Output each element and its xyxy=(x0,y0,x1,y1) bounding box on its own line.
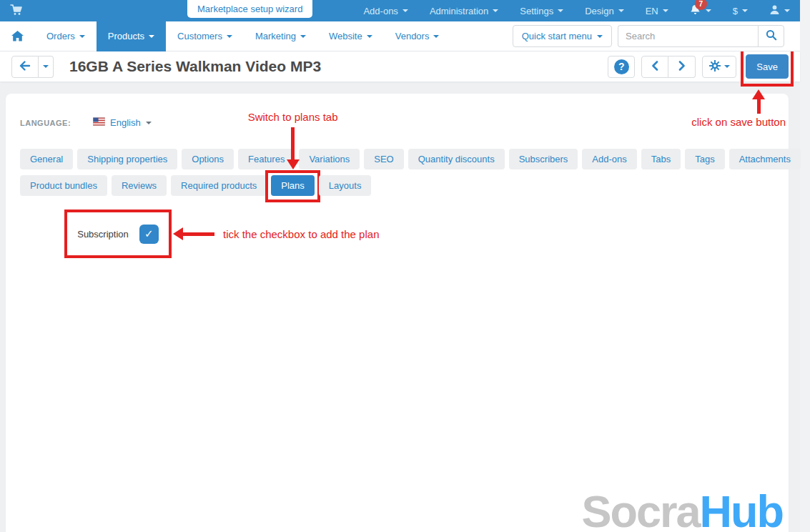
notifications-menu[interactable]: 7 xyxy=(690,4,711,18)
menu-design[interactable]: Design xyxy=(585,6,623,16)
annotation-save-text: click on save button xyxy=(691,116,786,128)
menu-settings[interactable]: Settings xyxy=(520,6,563,16)
gear-icon xyxy=(709,60,721,74)
tab-variations[interactable]: Variations xyxy=(299,149,360,169)
watermark-gray-part: Socra xyxy=(581,486,699,532)
titlebar: 16GB A Series Walkman Video MP3 ? xyxy=(0,51,800,82)
main-navbar: Orders Products Customers Marketing Webs… xyxy=(0,21,800,51)
home-icon[interactable] xyxy=(0,21,35,51)
nav-item-orders[interactable]: Orders xyxy=(35,21,97,51)
navbar-right: Quick start menu xyxy=(513,25,784,47)
nav-item-marketing[interactable]: Marketing xyxy=(244,21,317,51)
menu-language-en[interactable]: EN xyxy=(646,6,668,16)
chevron-down-icon xyxy=(558,9,563,12)
tab-product-bundles[interactable]: Product bundles xyxy=(20,175,107,196)
nav-item-website[interactable]: Website xyxy=(317,21,384,51)
tab-required-products[interactable]: Required products xyxy=(171,175,267,196)
subscription-checkbox[interactable]: ✓ xyxy=(139,225,159,244)
product-edit-content: LANGUAGE: English General Shipping prope… xyxy=(6,94,789,532)
user-icon xyxy=(769,4,780,17)
search-button[interactable] xyxy=(758,25,784,47)
watermark: SocraHub xyxy=(581,486,783,532)
tab-seo[interactable]: SEO xyxy=(364,149,403,169)
chevron-left-icon xyxy=(651,61,658,73)
currency-menu[interactable]: $ xyxy=(733,6,748,16)
tab-attachments[interactable]: Attachments xyxy=(729,149,801,169)
chevron-down-icon xyxy=(149,35,154,38)
annotation-checkbox-text: tick the checkbox to add the plan xyxy=(223,228,379,240)
tab-features[interactable]: Features xyxy=(238,149,295,169)
topbar-menus: Add-ons Administration Settings Design E… xyxy=(363,4,790,18)
chevron-down-icon xyxy=(300,35,306,38)
us-flag-icon xyxy=(93,117,105,128)
storefront-cart-icon[interactable] xyxy=(10,4,23,18)
annotation-checkbox-arrow-shaft xyxy=(183,232,214,236)
nav-item-customers[interactable]: Customers xyxy=(166,21,244,51)
tab-general[interactable]: General xyxy=(20,149,73,169)
previous-product-button[interactable] xyxy=(641,56,668,78)
back-button[interactable] xyxy=(11,56,39,78)
chevron-down-icon xyxy=(227,35,232,38)
chevron-down-icon xyxy=(433,35,439,38)
tab-options[interactable]: Options xyxy=(182,149,234,169)
watermark-blue-part: Hub xyxy=(700,486,783,532)
tab-subscribers[interactable]: Subscribers xyxy=(509,149,578,169)
chevron-down-icon xyxy=(43,65,49,68)
save-button[interactable]: Save xyxy=(746,54,789,79)
tab-tabs[interactable]: Tabs xyxy=(641,149,681,169)
language-label: LANGUAGE: xyxy=(20,119,93,127)
help-button[interactable]: ? xyxy=(608,56,635,78)
menu-administration[interactable]: Administration xyxy=(430,6,498,16)
annotation-checkbox-arrow-head xyxy=(173,227,183,240)
tab-quantity-discounts[interactable]: Quantity discounts xyxy=(408,149,505,169)
chevron-down-icon xyxy=(724,65,730,68)
user-account-menu[interactable] xyxy=(769,4,790,17)
annotation-subscription-highlight-box: Subscription ✓ tick the checkbox to add … xyxy=(64,210,172,258)
tab-layouts[interactable]: Layouts xyxy=(319,175,372,196)
tab-addons[interactable]: Add-ons xyxy=(582,149,636,169)
annotation-save-arrow-shaft xyxy=(757,99,761,114)
chevron-down-icon xyxy=(402,9,408,12)
language-selector[interactable]: English xyxy=(93,117,152,128)
marketplace-setup-wizard-button[interactable]: Marketplace setup wizard xyxy=(187,0,312,18)
chevron-right-icon xyxy=(678,61,686,73)
arrow-left-icon xyxy=(19,61,31,73)
save-button-wrapper: Save click on save button xyxy=(746,54,789,79)
tab-reviews[interactable]: Reviews xyxy=(112,175,167,196)
chevron-down-icon xyxy=(618,9,624,12)
subscription-plan-label: Subscription xyxy=(77,229,129,240)
back-dropdown-toggle[interactable] xyxy=(39,56,54,78)
back-split-button xyxy=(11,56,54,78)
page-title: 16GB A Series Walkman Video MP3 xyxy=(69,58,321,75)
question-circle-icon: ? xyxy=(614,59,629,74)
gear-menu-button[interactable] xyxy=(702,56,736,78)
scrollbar-track[interactable] xyxy=(800,0,810,532)
chevron-down-icon xyxy=(146,122,152,124)
nav-item-vendors[interactable]: Vendors xyxy=(384,21,451,51)
search-input[interactable] xyxy=(618,25,758,47)
nav-item-products[interactable]: Products xyxy=(97,21,166,51)
product-tabs-row-1: General Shipping properties Options Feat… xyxy=(20,149,789,169)
search-icon xyxy=(766,29,777,43)
tab-shipping-properties[interactable]: Shipping properties xyxy=(77,149,177,169)
language-row: LANGUAGE: English xyxy=(20,117,789,128)
next-product-button[interactable] xyxy=(668,56,696,78)
topbar: Marketplace setup wizard Add-ons Adminis… xyxy=(0,0,800,21)
quick-start-menu-button[interactable]: Quick start menu xyxy=(513,25,612,47)
chevron-down-icon xyxy=(493,9,498,12)
chevron-down-icon xyxy=(784,9,790,12)
chevron-down-icon xyxy=(742,9,748,12)
prev-next-group xyxy=(641,56,696,78)
tab-tags[interactable]: Tags xyxy=(685,149,724,169)
notification-count-badge: 7 xyxy=(695,0,707,10)
chevron-down-icon xyxy=(706,9,711,12)
chevron-down-icon xyxy=(597,35,603,38)
menu-addons[interactable]: Add-ons xyxy=(363,6,408,16)
admin-page: Marketplace setup wizard Add-ons Adminis… xyxy=(0,0,800,532)
product-tabs-row-2: Product bundles Reviews Required product… xyxy=(20,175,789,196)
annotation-save-arrow-head xyxy=(752,89,765,99)
chevron-down-icon xyxy=(367,35,372,38)
chevron-down-icon xyxy=(79,35,85,38)
annotation-checkbox: tick the checkbox to add the plan xyxy=(173,227,379,240)
tab-plans[interactable]: Plans Switch to plans tab xyxy=(271,175,315,196)
